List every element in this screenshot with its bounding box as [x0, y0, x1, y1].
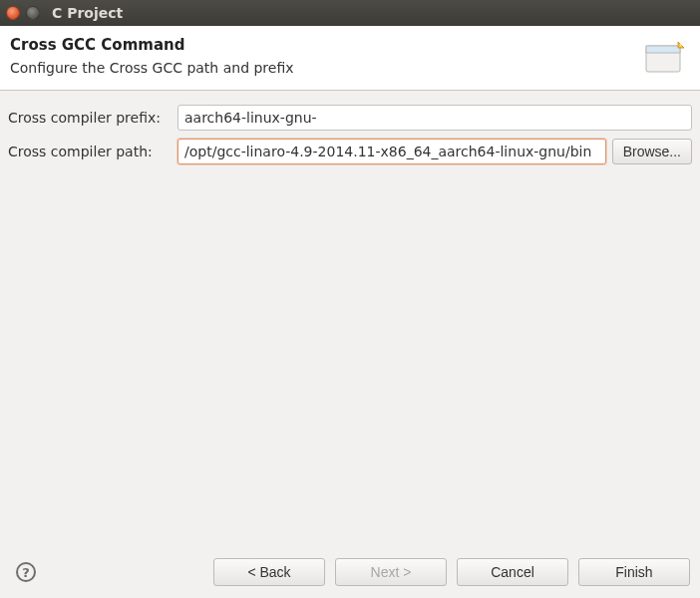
- minimize-icon[interactable]: [26, 6, 40, 20]
- row-prefix: Cross compiler prefix:: [8, 105, 692, 131]
- svg-rect-1: [646, 46, 680, 53]
- wizard-body: Cross compiler prefix: Cross compiler pa…: [0, 91, 700, 550]
- help-icon[interactable]: ?: [16, 562, 36, 582]
- back-button[interactable]: < Back: [213, 558, 325, 586]
- wizard-banner-icon: [642, 38, 686, 78]
- page-subtitle: Configure the Cross GCC path and prefix: [10, 60, 632, 76]
- wizard-nav-buttons: < Back Next > Cancel Finish: [213, 558, 690, 586]
- wizard-header: Cross GCC Command Configure the Cross GC…: [0, 26, 700, 91]
- next-button: Next >: [335, 558, 447, 586]
- wizard-header-text: Cross GCC Command Configure the Cross GC…: [10, 36, 632, 76]
- wizard-footer: ? < Back Next > Cancel Finish: [0, 550, 700, 598]
- help-glyph: ?: [22, 565, 30, 580]
- prefix-input[interactable]: [177, 105, 692, 131]
- close-icon[interactable]: [6, 6, 20, 20]
- finish-button[interactable]: Finish: [578, 558, 690, 586]
- page-title: Cross GCC Command: [10, 36, 632, 54]
- prefix-label: Cross compiler prefix:: [8, 110, 172, 126]
- window-title: C Project: [52, 5, 123, 21]
- path-input[interactable]: [177, 139, 606, 164]
- cancel-button[interactable]: Cancel: [457, 558, 568, 586]
- window-titlebar: C Project: [0, 0, 700, 26]
- browse-button[interactable]: Browse...: [612, 139, 692, 164]
- path-label: Cross compiler path:: [8, 144, 172, 159]
- row-path: Cross compiler path: Browse...: [8, 139, 692, 164]
